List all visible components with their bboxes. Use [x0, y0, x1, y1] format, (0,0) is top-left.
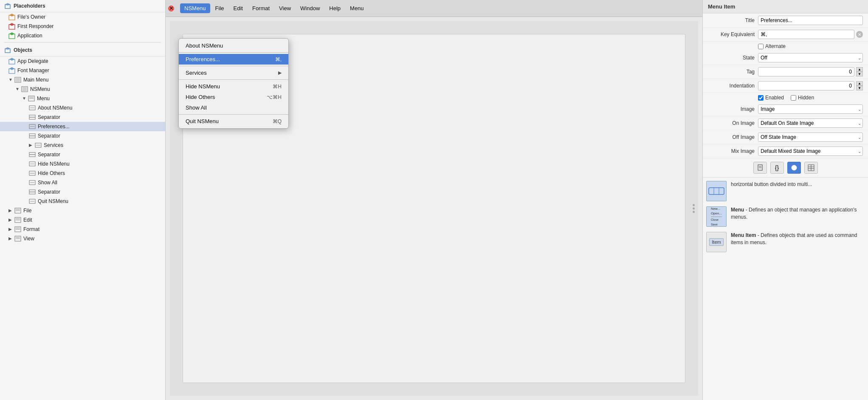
- tree-item-edit[interactable]: ▶ Edit: [0, 215, 165, 225]
- dot1: [693, 204, 695, 206]
- canvas-area: About NSMenu Preferences... ⌘, Services …: [170, 21, 698, 396]
- tree-item-nsmenu[interactable]: ▼ NSMenu: [0, 85, 165, 94]
- tag-row: Tag ▲ ▼: [703, 65, 868, 79]
- on-image-select[interactable]: Default On State Image: [758, 118, 863, 128]
- tree-item-preferences[interactable]: Preferences...: [0, 122, 165, 131]
- dropdown-item-services[interactable]: Services ▶: [179, 68, 288, 78]
- tree-item-separator3[interactable]: Separator: [0, 150, 165, 159]
- indentation-increment-button[interactable]: ▲: [856, 81, 863, 86]
- hidden-label[interactable]: Hidden: [791, 95, 814, 101]
- title-input[interactable]: [758, 16, 863, 25]
- dropdown-sep3: [179, 79, 288, 80]
- alternate-checkbox[interactable]: [758, 44, 764, 49]
- menubar-item-menu[interactable]: Menu: [346, 3, 368, 13]
- menubar-item-edit[interactable]: Edit: [229, 3, 247, 13]
- key-equiv-clear-button[interactable]: ✕: [856, 31, 863, 38]
- dropdown-item-hide-others[interactable]: Hide Others ⌥⌘H: [179, 92, 288, 102]
- alternate-label[interactable]: Alternate: [758, 43, 786, 49]
- format-menu-icon: [14, 226, 21, 233]
- tree-item-hide-nsmenu[interactable]: Hide NSMenu: [0, 159, 165, 169]
- key-equiv-input[interactable]: [758, 30, 854, 39]
- menubar-item-view[interactable]: View: [275, 3, 295, 13]
- tree-item-first-responder[interactable]: First Responder: [0, 22, 165, 31]
- tree-item-app-delegate[interactable]: App Delegate: [0, 56, 165, 66]
- tree-item-separator4[interactable]: Separator: [0, 187, 165, 197]
- tree-item-menu[interactable]: ▼ Menu: [0, 94, 165, 103]
- menu-desc-text: - Defines an object that manages an appl…: [731, 207, 857, 220]
- tree-item-format[interactable]: ▶ Format: [0, 225, 165, 234]
- enabled-label[interactable]: Enabled: [758, 95, 784, 101]
- separator4-icon: [29, 189, 36, 195]
- tool-circle-button[interactable]: [787, 162, 801, 174]
- tool-table-button[interactable]: [804, 162, 818, 174]
- hide-others-menu-label: Hide Others: [186, 94, 254, 100]
- menubar-items: NSMenu File Edit Format View Window Help…: [180, 3, 368, 13]
- hide-others-icon: [29, 170, 36, 177]
- menubar-item-nsmenu[interactable]: NSMenu: [180, 3, 210, 13]
- tool-document-button[interactable]: [753, 162, 767, 174]
- files-owner-label: File's Owner: [17, 14, 45, 20]
- tool-braces-button[interactable]: {}: [770, 162, 784, 174]
- tree-item-main-menu[interactable]: ▼ Main Menu: [0, 75, 165, 85]
- preferences-menu-label: Preferences...: [186, 56, 262, 62]
- tree-item-view[interactable]: ▶ View: [0, 234, 165, 243]
- tree-item-application[interactable]: Application: [0, 31, 165, 40]
- menubar-item-file[interactable]: File: [211, 3, 228, 13]
- state-select[interactable]: Off: [758, 53, 863, 62]
- svg-rect-67: [709, 188, 724, 194]
- hidden-checkbox[interactable]: [791, 95, 796, 101]
- app-delegate-label: App Delegate: [17, 58, 48, 64]
- title-label: Title: [708, 17, 755, 23]
- mix-image-select-wrapper: Default Mixed State Image ⌄: [758, 146, 863, 156]
- mix-image-select[interactable]: Default Mixed State Image: [758, 146, 863, 156]
- tree-item-separator2[interactable]: Separator: [0, 131, 165, 141]
- application-label: Application: [17, 33, 42, 39]
- off-image-select-wrapper: Off State Image ⌄: [758, 132, 863, 142]
- right-panel-header: Menu Item: [703, 0, 868, 14]
- off-image-select[interactable]: Off State Image: [758, 132, 863, 142]
- indentation-decrement-button[interactable]: ▼: [856, 86, 863, 90]
- dropdown-item-show-all[interactable]: Show All: [179, 102, 288, 113]
- tree-item-files-owner[interactable]: File's Owner: [0, 12, 165, 22]
- tag-decrement-button[interactable]: ▼: [856, 72, 863, 76]
- separator1-icon: [29, 114, 36, 121]
- menu-icon: [28, 95, 35, 102]
- svg-marker-11: [9, 58, 14, 61]
- hide-others-shortcut: ⌥⌘H: [267, 94, 282, 100]
- edit-arrow: ▶: [8, 217, 14, 223]
- font-manager-label: Font Manager: [17, 68, 49, 73]
- tag-input[interactable]: [758, 67, 854, 76]
- file-arrow: ▶: [8, 208, 14, 213]
- menubar-item-format[interactable]: Format: [248, 3, 274, 13]
- placeholders-header: Placeholders: [0, 0, 165, 12]
- enabled-checkbox[interactable]: [758, 95, 764, 101]
- hide-nsmenu-menu-label: Hide NSMenu: [186, 83, 260, 90]
- tree-item-services[interactable]: ▶ Services: [0, 141, 165, 150]
- dropdown-overlay: About NSMenu Preferences... ⌘, Services …: [178, 38, 289, 129]
- tag-increment-button[interactable]: ▲: [856, 67, 863, 72]
- preferences-shortcut: ⌘,: [275, 56, 282, 62]
- braces-icon: {}: [775, 164, 779, 171]
- indentation-input[interactable]: [758, 81, 854, 90]
- font-manager-icon: [8, 67, 15, 74]
- menu-lib-icon: New...Open...CloseSave: [706, 206, 727, 227]
- tree-item-separator1[interactable]: Separator: [0, 113, 165, 122]
- hide-others-label: Hide Others: [38, 170, 65, 176]
- dropdown-item-about[interactable]: About NSMenu: [179, 40, 288, 51]
- tree-item-hide-others[interactable]: Hide Others: [0, 169, 165, 178]
- close-button[interactable]: ✕: [168, 6, 174, 11]
- menubar-item-window[interactable]: Window: [296, 3, 324, 13]
- services-icon: [35, 142, 42, 149]
- services-label: Services: [44, 142, 63, 148]
- image-select[interactable]: Image: [758, 104, 863, 114]
- dropdown-item-quit[interactable]: Quit NSMenu ⌘Q: [179, 116, 288, 127]
- tree-item-about-nsmenu[interactable]: About NSMenu: [0, 103, 165, 113]
- dropdown-item-hide-nsmenu[interactable]: Hide NSMenu ⌘H: [179, 81, 288, 92]
- tree-item-show-all[interactable]: Show All: [0, 178, 165, 187]
- menubar-item-help[interactable]: Help: [325, 3, 345, 13]
- file-label: File: [23, 208, 31, 214]
- tree-item-font-manager[interactable]: Font Manager: [0, 66, 165, 75]
- tree-item-quit-nsmenu[interactable]: Quit NSMenu: [0, 197, 165, 206]
- dropdown-item-preferences[interactable]: Preferences... ⌘,: [179, 54, 288, 65]
- tree-item-file[interactable]: ▶ File: [0, 206, 165, 215]
